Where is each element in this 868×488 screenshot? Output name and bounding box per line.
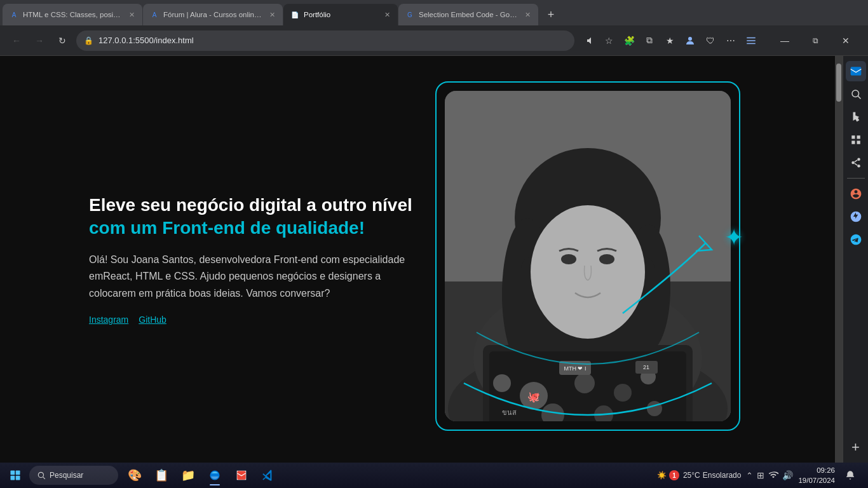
taskbar-mail-icon[interactable] [229, 464, 254, 487]
taskbar-search-text: Pesquisar [50, 471, 83, 480]
hero-text: Eleve seu negócio digital a outro nível … [89, 194, 419, 325]
forward-button[interactable]: → [31, 32, 48, 50]
weather-icon: ☀️ [657, 471, 667, 480]
tab-selection-embed[interactable]: G Selection Embed Code - Google... ✕ [398, 4, 538, 25]
url-text: 127.0.0.1:5500/index.html [98, 36, 567, 45]
tab-favicon-4: G [405, 10, 415, 20]
read-aloud-icon[interactable] [580, 32, 597, 50]
tab-close-2[interactable]: ✕ [266, 9, 278, 20]
close-button[interactable]: ✕ [831, 31, 860, 50]
hero-image-container: 🐙 MTH ❤ I 21 [445, 91, 737, 428]
restore-button[interactable]: ⧉ [801, 31, 830, 50]
svg-rect-39 [857, 141, 860, 144]
share-sidebar-icon[interactable] [846, 152, 866, 173]
hero-description: Olá! Sou Joana Santos, desenvolvedora Fr… [89, 252, 419, 302]
svg-line-44 [854, 163, 857, 165]
new-tab-button[interactable]: + [541, 5, 560, 24]
github-link[interactable]: GitHub [139, 315, 166, 325]
svg-point-19 [574, 373, 595, 393]
telegram-sidebar-icon[interactable] [846, 229, 866, 250]
minimize-button[interactable]: — [770, 31, 799, 50]
svg-text:🐙: 🐙 [527, 391, 540, 403]
collections-sidebar-icon[interactable] [846, 130, 866, 150]
add-sidebar-icon[interactable]: + [846, 437, 866, 458]
edge-sidebar-icon[interactable] [742, 32, 760, 50]
tab-label-3: Portfólio [304, 11, 377, 18]
split-screen-icon[interactable]: ⧉ [641, 32, 658, 50]
hero-section: Eleve seu negócio digital a outro nível … [0, 56, 835, 463]
bing-sidebar-icon[interactable] [846, 107, 866, 127]
svg-rect-38 [851, 141, 855, 144]
start-button[interactable] [3, 464, 28, 487]
tab-close-3[interactable]: ✕ [381, 9, 393, 20]
svg-point-12 [531, 205, 645, 339]
outlook-sidebar-icon[interactable] [846, 61, 866, 81]
svg-point-40 [857, 158, 860, 161]
svg-point-14 [599, 254, 614, 264]
svg-line-50 [43, 477, 45, 479]
svg-point-13 [561, 254, 576, 264]
hero-photo: 🐙 MTH ❤ I 21 [445, 91, 731, 421]
tab-label-1: HTML e CSS: Classes, posicionam... [23, 11, 122, 18]
profile-sidebar-icon[interactable] [846, 184, 866, 204]
svg-point-24 [647, 401, 662, 416]
tab-label-4: Selection Embed Code - Google... [419, 11, 518, 18]
taskbar-paint-icon[interactable]: 🎨 [122, 464, 147, 487]
address-bar: ← → ↻ 🔒 127.0.0.1:5500/index.html ☆ 🧩 ⧉ … [0, 25, 868, 56]
svg-point-25 [493, 374, 511, 392]
taskbar-search[interactable]: Pesquisar [29, 466, 118, 485]
scrollbar-thumb[interactable] [836, 64, 841, 102]
tray-expand-icon[interactable]: ⌃ [746, 471, 753, 480]
svg-line-35 [858, 96, 860, 98]
hero-links: Instagram GitHub [89, 315, 419, 325]
page-content: Eleve seu negócio digital a outro nível … [0, 56, 835, 463]
taskbar-explorer-icon[interactable]: 📁 [175, 464, 201, 487]
volume-icon[interactable]: 🔊 [782, 470, 793, 480]
notification-icon[interactable] [840, 465, 860, 485]
profile-icon[interactable] [681, 32, 699, 50]
search-sidebar-icon[interactable] [846, 84, 866, 104]
shield-icon[interactable]: 🛡 [702, 32, 719, 50]
extensions-icon[interactable]: 🧩 [620, 32, 638, 50]
more-options-icon[interactable]: ⋯ [722, 32, 740, 50]
sidebar-divider [847, 178, 865, 179]
svg-rect-46 [16, 471, 20, 475]
back-button[interactable]: ← [8, 32, 25, 50]
tab-portfolio[interactable]: 📄 Portfólio ✕ [283, 4, 398, 25]
reload-button[interactable]: ↻ [53, 32, 71, 50]
svg-rect-48 [16, 476, 20, 480]
favorites-bar-icon[interactable]: ★ [661, 32, 679, 50]
svg-text:ขนส: ขนส [502, 409, 517, 416]
instagram-link[interactable]: Instagram [89, 315, 128, 325]
tab-label-2: Fórum | Alura - Cursos online de... [163, 11, 262, 18]
browser-window: A HTML e CSS: Classes, posicionam... ✕ A… [0, 0, 868, 463]
portrait-svg: 🐙 MTH ❤ I 21 [445, 91, 731, 421]
favorites-icon[interactable]: ☆ [600, 32, 618, 50]
svg-text:MTH ❤ I: MTH ❤ I [564, 365, 587, 372]
tab-close-1[interactable]: ✕ [126, 9, 137, 20]
windows-taskbar: Pesquisar 🎨 📋 📁 [0, 463, 868, 488]
weather-temp: 25°C [683, 471, 700, 480]
taskbar-edge-icon[interactable] [202, 464, 227, 487]
taskbar-right: ☀️ 1 25°C Ensolarado ⌃ ⊞ 🔊 09:26 19/07/2… [657, 465, 865, 485]
taskbar-clock[interactable]: 09:26 19/07/2024 [798, 465, 835, 485]
scrollbar[interactable] [835, 56, 843, 463]
sparkle-decoration: ✦ [724, 224, 743, 251]
svg-rect-33 [850, 67, 861, 75]
taskbar-sys-icons: ⌃ ⊞ 🔊 [746, 470, 793, 482]
svg-point-49 [38, 472, 43, 477]
taskbar-vscode-icon[interactable] [255, 464, 281, 487]
url-bar[interactable]: 🔒 127.0.0.1:5500/index.html [76, 30, 574, 51]
svg-rect-36 [851, 135, 855, 139]
tab-html-css[interactable]: A HTML e CSS: Classes, posicionam... ✕ [3, 4, 142, 25]
tray-sysmon-icon[interactable]: ⊞ [757, 470, 764, 480]
tab-close-4[interactable]: ✕ [522, 9, 533, 20]
svg-line-43 [854, 160, 857, 162]
taskbar-weather[interactable]: ☀️ 1 25°C Ensolarado [657, 470, 742, 480]
clock-date: 19/07/2024 [798, 475, 835, 485]
copilot-sidebar-icon[interactable] [846, 207, 866, 227]
tab-forum-alura[interactable]: A Fórum | Alura - Cursos online de... ✕ [143, 4, 283, 25]
taskbar-task-icon[interactable]: 📋 [149, 464, 174, 487]
svg-point-41 [851, 161, 855, 165]
wifi-icon[interactable] [768, 470, 778, 482]
